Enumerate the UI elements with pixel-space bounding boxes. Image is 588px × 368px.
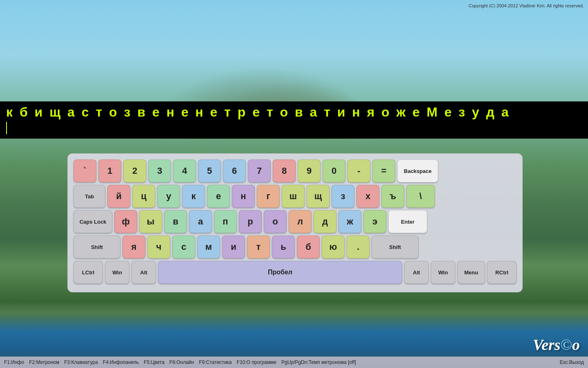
- key-k-ru[interactable]: к: [182, 185, 205, 208]
- cursor: [6, 122, 7, 134]
- key-ch[interactable]: ч: [147, 236, 170, 258]
- status-f2[interactable]: F2:Метроном: [29, 359, 59, 365]
- key-d-ru[interactable]: д: [314, 210, 336, 233]
- key-f-ru[interactable]: ф: [114, 210, 137, 233]
- key-1[interactable]: 1: [98, 159, 121, 182]
- key-b-ru[interactable]: б: [297, 236, 320, 258]
- key-row-top: Tab й ц у к е н г ш щ з х ъ \: [74, 185, 517, 208]
- key-ya[interactable]: я: [122, 236, 145, 258]
- key-right-alt[interactable]: Alt: [404, 261, 429, 284]
- key-t-ru[interactable]: т: [247, 236, 270, 258]
- key-row-home: Caps Lock ф ы в а п р о л д ж э Enter: [74, 210, 517, 233]
- key-p-ru[interactable]: п: [214, 210, 237, 233]
- key-2[interactable]: 2: [123, 159, 146, 182]
- status-f9[interactable]: F9:Статистика: [199, 359, 232, 365]
- status-pgupdn: PgUp/PgDn:Темп метронома [off]: [281, 359, 356, 365]
- key-shch[interactable]: щ: [307, 185, 330, 208]
- key-backspace[interactable]: Backspace: [397, 159, 438, 182]
- status-exit[interactable]: Esc:Выход: [560, 359, 584, 365]
- key-8[interactable]: 8: [273, 159, 296, 182]
- verseo-logo: Vers©o: [533, 336, 580, 354]
- key-yu[interactable]: ю: [322, 236, 345, 258]
- key-u-ru[interactable]: у: [157, 185, 180, 208]
- status-f10[interactable]: F10:О программе: [237, 359, 276, 365]
- key-m-ru[interactable]: м: [197, 236, 220, 258]
- key-caps-lock[interactable]: Caps Lock: [74, 210, 112, 233]
- key-left-win[interactable]: Win: [105, 261, 129, 284]
- copyright-text: Copyright (C) 2004-2012 Vladimir Kim. Al…: [469, 3, 584, 8]
- key-space[interactable]: Пробел: [158, 261, 402, 284]
- key-zh[interactable]: ж: [339, 210, 361, 233]
- key-row-controls: LCtrl Win Alt Пробел Alt Win Menu RCtrl: [74, 261, 517, 284]
- key-left-alt[interactable]: Alt: [131, 261, 156, 284]
- key-soft-sign[interactable]: ь: [272, 236, 295, 258]
- status-f4[interactable]: F4:Инфопанель: [103, 359, 139, 365]
- key-backslash[interactable]: \: [406, 185, 435, 208]
- key-o-ru[interactable]: о: [264, 210, 287, 233]
- status-f3[interactable]: F3:Клавиатура: [64, 359, 98, 365]
- key-a-ru[interactable]: а: [189, 210, 212, 233]
- key-right-win[interactable]: Win: [431, 261, 455, 284]
- key-7[interactable]: 7: [248, 159, 271, 182]
- key-6[interactable]: 6: [223, 159, 246, 182]
- key-l-ru[interactable]: л: [289, 210, 312, 233]
- status-f6[interactable]: F6:Онлайн: [169, 359, 194, 365]
- key-menu[interactable]: Menu: [457, 261, 485, 284]
- text-line2: [6, 121, 582, 135]
- key-9[interactable]: 9: [298, 159, 321, 182]
- key-3[interactable]: 3: [148, 159, 171, 182]
- key-tab[interactable]: Tab: [74, 185, 105, 208]
- text-line1: к б и щ а с т о з в е н е н е т р е т о …: [6, 105, 582, 120]
- key-e-ru[interactable]: э: [363, 210, 386, 233]
- status-left: F1:Инфо F2:Метроном F3:Клавиатура F4:Инф…: [4, 359, 356, 365]
- status-bar: F1:Инфо F2:Метроном F3:Клавиатура F4:Инф…: [0, 357, 588, 368]
- text-display-area: к б и щ а с т о з в е н е н е т р е т о …: [0, 101, 588, 139]
- key-row-numbers: ` 1 2 3 4 5 6 7 8 9 0 - = Backspace: [74, 159, 517, 182]
- key-left-shift[interactable]: Shift: [74, 236, 120, 258]
- key-r-ru[interactable]: р: [239, 210, 262, 233]
- key-left-ctrl[interactable]: LCtrl: [74, 261, 103, 284]
- key-equals[interactable]: =: [372, 159, 395, 182]
- key-sh[interactable]: ш: [282, 185, 305, 208]
- key-i-ru[interactable]: и: [222, 236, 245, 258]
- status-f1[interactable]: F1:Инфо: [4, 359, 24, 365]
- key-h-ru[interactable]: х: [356, 185, 379, 208]
- key-y2-ru[interactable]: ы: [139, 210, 162, 233]
- key-minus[interactable]: -: [347, 159, 370, 182]
- key-5[interactable]: 5: [198, 159, 221, 182]
- status-f5[interactable]: F5:Цвета: [144, 359, 165, 365]
- key-enter[interactable]: Enter: [388, 210, 427, 233]
- key-v-ru[interactable]: в: [164, 210, 187, 233]
- key-right-shift[interactable]: Shift: [372, 236, 419, 258]
- key-period[interactable]: .: [347, 236, 370, 258]
- key-n-ru[interactable]: н: [232, 185, 255, 208]
- key-hard-sign[interactable]: ъ: [381, 185, 404, 208]
- key-s-ru[interactable]: с: [172, 236, 195, 258]
- key-ts[interactable]: ц: [132, 185, 155, 208]
- key-0[interactable]: 0: [323, 159, 345, 182]
- key-y-ru[interactable]: й: [107, 185, 130, 208]
- key-row-bottom: Shift я ч с м и т ь б ю . Shift: [74, 236, 517, 258]
- key-backtick[interactable]: `: [74, 159, 96, 182]
- key-z-ru[interactable]: з: [332, 185, 354, 208]
- key-4[interactable]: 4: [173, 159, 196, 182]
- key-right-ctrl[interactable]: RCtrl: [487, 261, 517, 284]
- key-g-ru[interactable]: г: [257, 185, 280, 208]
- keyboard: ` 1 2 3 4 5 6 7 8 9 0 - = Backspace Tab …: [67, 153, 523, 292]
- key-ye[interactable]: е: [207, 185, 230, 208]
